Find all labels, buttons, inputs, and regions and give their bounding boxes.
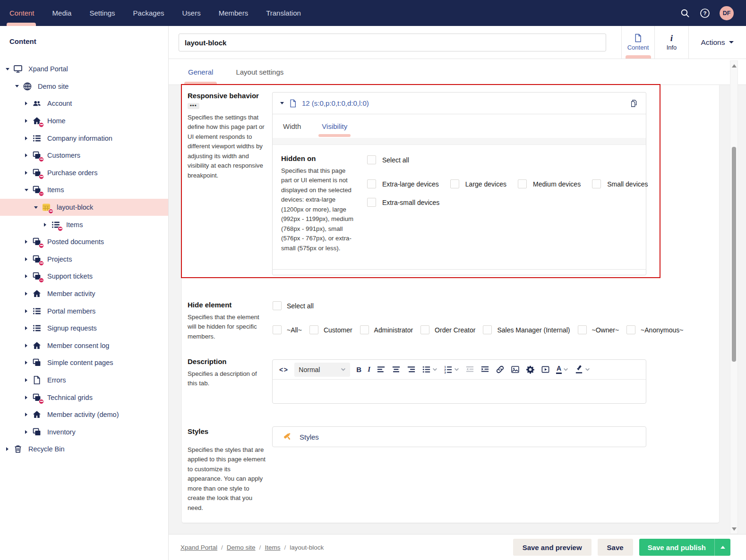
save-and-publish-button[interactable]: Save and publish [639,539,730,556]
checkbox-all[interactable] [273,325,282,334]
tree-expand-caret[interactable] [23,326,30,330]
select-all-members[interactable]: Select all [273,301,314,310]
tree-item-demo-site[interactable]: Demo site [0,78,168,95]
tree-expand-caret[interactable] [23,292,30,296]
tree-item-xpand-portal[interactable]: Xpand Portal [0,60,168,78]
option-sales-manager-internal[interactable]: Sales Manager (Internal) [483,325,570,334]
tab-width[interactable]: Width [283,122,301,130]
text-color-icon[interactable]: A [556,365,562,374]
breadcrumb-xpand-portal[interactable]: Xpand Portal [180,544,217,551]
scroll-up-arrow[interactable] [730,62,737,69]
bold-icon[interactable]: B [356,365,361,373]
checkbox-extra-small-devices[interactable] [367,198,376,207]
tree-expand-caret[interactable] [4,68,11,70]
select-all-devices[interactable]: Select all [367,155,409,164]
tree-item-items[interactable]: Items [0,181,168,199]
style-select[interactable]: Normal [294,363,350,377]
tree-expand-caret[interactable] [23,171,30,175]
tree-expand-caret[interactable] [4,447,11,451]
nav-item-settings[interactable]: Settings [89,0,115,26]
tree-expand-caret[interactable] [23,378,30,382]
search-icon[interactable] [680,8,690,18]
styles-picker[interactable]: Styles [272,426,646,447]
nav-item-members[interactable]: Members [219,0,249,26]
tree-item-items[interactable]: Items [0,216,168,233]
tree-expand-caret[interactable] [23,257,30,261]
option-extra-large-devices[interactable]: Extra-large devices [367,179,439,188]
tree-item-signup-requests[interactable]: Signup requests [0,320,168,337]
tree-expand-caret[interactable] [23,344,30,348]
tree-item-technical-grids[interactable]: Technical grids [0,389,168,406]
tree-expand-caret[interactable] [23,119,30,123]
option-administrator[interactable]: Administrator [360,325,413,334]
tree-item-portal-members[interactable]: Portal members [0,302,168,320]
checkbox-large-devices[interactable] [450,179,459,188]
tab-layout-settings[interactable]: Layout settings [236,68,283,76]
checkbox-extra-large-devices[interactable] [367,179,376,188]
tree-item-account[interactable]: Account [0,95,168,112]
tree-item-member-activity[interactable]: Member activity [0,285,168,303]
option-medium-devices[interactable]: Medium devices [518,179,581,188]
checkbox-owner[interactable] [578,325,587,334]
option-large-devices[interactable]: Large devices [450,179,506,188]
scroll-down-arrow[interactable] [730,525,737,533]
chevron-down-icon[interactable] [454,367,459,372]
image-icon[interactable] [511,365,520,374]
save-and-preview-button[interactable]: Save and preview [513,539,592,556]
tree-expand-caret[interactable] [23,396,30,399]
tree-item-customers[interactable]: Customers [0,147,168,164]
vertical-scrollbar[interactable] [730,60,738,534]
code-icon[interactable]: <> [279,366,288,373]
align-right-icon[interactable] [407,365,416,374]
select-all-devices-checkbox[interactable] [367,155,376,164]
nav-item-packages[interactable]: Packages [133,0,164,26]
indent-icon[interactable] [480,365,489,374]
help-icon[interactable]: ? [700,8,710,18]
tree-expand-caret[interactable] [13,85,20,87]
tree-item-errors[interactable]: Errors [0,372,168,389]
breadcrumb-demo-site[interactable]: Demo site [227,544,256,551]
checkbox-anonymous[interactable] [626,325,635,334]
checkbox-administrator[interactable] [360,325,369,334]
breadcrumb-items[interactable]: Items [265,544,280,551]
nav-item-users[interactable]: Users [182,0,200,26]
settings-icon[interactable] [526,365,535,374]
tab-visibility[interactable]: Visibility [322,122,347,130]
tree-item-simple-content-pages[interactable]: Simple content pages [0,354,168,372]
scrollbar-thumb[interactable] [732,147,736,362]
copy-icon[interactable] [630,99,638,108]
video-icon[interactable] [541,365,550,374]
view-tab-info[interactable]: i Info [654,26,688,59]
content-name-input[interactable] [179,34,606,51]
tree-expand-caret[interactable] [23,189,30,191]
option-order-creator[interactable]: Order Creator [420,325,475,334]
highlight-icon[interactable] [575,365,583,374]
tree-item-company-information[interactable]: Company information [0,129,168,147]
tree-expand-caret[interactable] [23,361,30,365]
checkbox-medium-devices[interactable] [518,179,527,188]
tree-item-member-activity-demo[interactable]: Member activity (demo) [0,406,168,424]
chevron-down-icon[interactable] [585,367,590,372]
checkbox-customer[interactable] [309,325,318,334]
italic-icon[interactable]: I [368,365,370,373]
bullet-list-icon[interactable] [422,365,431,374]
chevron-down-icon[interactable] [563,367,568,372]
tree-expand-caret[interactable] [23,413,30,416]
tree-item-projects[interactable]: Projects [0,251,168,268]
nav-item-translation[interactable]: Translation [266,0,301,26]
tree-expand-caret[interactable] [23,240,30,244]
tree-item-purchase-orders[interactable]: Purchase orders [0,164,168,182]
tree-expand-caret[interactable] [23,309,30,313]
option-all[interactable]: ~All~ [273,325,302,334]
nav-item-media[interactable]: Media [52,0,72,26]
actions-dropdown[interactable]: Actions [688,26,746,59]
align-center-icon[interactable] [392,365,401,374]
more-options-button[interactable]: ••• [188,103,199,109]
chevron-down-icon[interactable] [432,367,437,372]
rte-editing-area[interactable] [273,380,646,403]
nav-item-content[interactable]: Content [9,0,34,26]
tab-general[interactable]: General [188,68,213,76]
tree-item-support-tickets[interactable]: Support tickets [0,268,168,285]
tree-item-inventory[interactable]: Inventory [0,423,168,441]
tree-expand-caret[interactable] [23,136,30,140]
